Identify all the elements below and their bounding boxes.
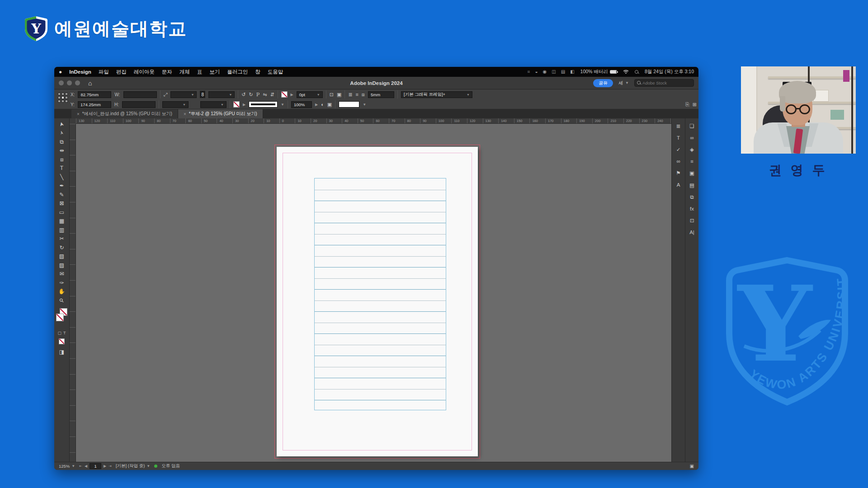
app-menu-indesign[interactable]: InDesign: [69, 69, 91, 75]
menu-item-창[interactable]: 창: [255, 69, 260, 75]
layers-panel-icon[interactable]: ◈: [690, 146, 694, 153]
menu-item-문자[interactable]: 문자: [162, 69, 172, 75]
rotate-cw-icon[interactable]: ↻: [249, 92, 253, 98]
formatting-text-icon[interactable]: T: [63, 331, 66, 335]
close-icon[interactable]: ×: [77, 112, 80, 117]
height-field[interactable]: [122, 101, 156, 108]
stroke-weight-field[interactable]: 0pt▼: [297, 91, 323, 98]
close-window-button[interactable]: [59, 80, 64, 85]
home-icon[interactable]: ⌂: [88, 80, 92, 87]
align-stack-icon[interactable]: ≣: [348, 92, 352, 98]
stroke-expander-icon[interactable]: ▶: [291, 93, 293, 97]
rotation-angle-field[interactable]: ▼: [208, 91, 235, 98]
workspace-switcher[interactable]: 셰 ▼: [618, 80, 629, 86]
constrain-proportions-icon[interactable]: 8: [200, 91, 205, 98]
hyperlinks-panel-icon[interactable]: ∞: [676, 159, 680, 164]
camera-icon[interactable]: ◉: [543, 69, 547, 75]
library-panel-icon[interactable]: ▤: [689, 182, 694, 188]
scissors-tool[interactable]: ✂: [57, 235, 67, 243]
stroke-swatch-none[interactable]: [281, 91, 288, 98]
menu-item-레이아웃[interactable]: 레이아웃: [134, 69, 155, 75]
swatches-panel-icon[interactable]: ▣: [689, 170, 694, 176]
select-container-icon[interactable]: ⎘: [685, 102, 689, 108]
live-preflight-icon[interactable]: ▣: [690, 464, 694, 469]
ruled-lines-frame[interactable]: [314, 178, 446, 410]
chat-icon[interactable]: ◒: [535, 69, 538, 75]
fill-color-swatch[interactable]: [56, 314, 64, 321]
screen-mode-icon[interactable]: ◨: [59, 349, 64, 355]
character-styles-panel-icon[interactable]: T: [677, 135, 680, 141]
corner-radius-field[interactable]: 5mm: [368, 91, 394, 98]
opacity-expander-icon[interactable]: ▶: [315, 103, 318, 107]
next-page-button[interactable]: ▶: [104, 464, 106, 468]
fit-frame-icon[interactable]: ⊡: [330, 92, 334, 98]
line-tool[interactable]: ╲: [57, 173, 67, 181]
new-object-icon[interactable]: ⊞: [693, 102, 697, 108]
rotate-ccw-icon[interactable]: ↺: [241, 92, 245, 98]
document-page[interactable]: [277, 147, 478, 456]
apply-none-swatch[interactable]: [59, 338, 65, 344]
menubar-datetime[interactable]: 8월 24일 (목) 오후 3:10: [645, 69, 694, 75]
transform-panel-icon[interactable]: ⧉: [690, 194, 693, 200]
rectangle-tool[interactable]: ▭: [57, 208, 67, 216]
align-panel-icon[interactable]: A|: [689, 230, 694, 235]
grid-tool[interactable]: ▥: [57, 226, 67, 234]
direct-selection-tool[interactable]: ➢: [57, 129, 67, 137]
eyedropper-tool[interactable]: ✑: [57, 279, 67, 286]
preflight-profile-dropdown[interactable]: [기본] (작업 중) ▼: [116, 463, 150, 469]
menu-item-개체[interactable]: 개체: [179, 69, 190, 75]
share-button[interactable]: 공유: [593, 79, 613, 87]
pencil-tool[interactable]: ✎: [57, 191, 67, 198]
scale-x-field[interactable]: ▼: [170, 91, 197, 98]
menu-item-파일[interactable]: 파일: [99, 69, 109, 75]
last-page-button[interactable]: ⇥: [108, 464, 112, 468]
x-position-field[interactable]: 82.75mm: [78, 91, 111, 98]
frame-tool[interactable]: ⊠: [57, 200, 67, 207]
fit-content-icon[interactable]: ▣: [337, 92, 341, 98]
drop-shadow-icon[interactable]: ▣: [327, 102, 332, 108]
zoom-tool[interactable]: ⚲: [57, 296, 67, 304]
pen-tool[interactable]: ✒: [57, 182, 67, 190]
reference-point-proxy[interactable]: [58, 93, 68, 103]
links-panel-icon[interactable]: ∞: [690, 135, 693, 141]
tab-untitled-document[interactable]: × *무제-2 @ 125% (GPU 미리 보기): [178, 109, 263, 118]
formatting-container-icon[interactable]: ▢: [57, 331, 61, 335]
table-tool[interactable]: ▦: [57, 217, 67, 225]
effects-icon[interactable]: ◐: [321, 102, 324, 107]
gradient-feather-tool[interactable]: ▨: [57, 261, 67, 269]
zoom-level-dropdown[interactable]: 125% ▼: [59, 464, 75, 469]
stroke-panel-icon[interactable]: ≡: [690, 159, 693, 164]
sidebar-icon[interactable]: ◧: [570, 69, 574, 75]
width-field[interactable]: [123, 91, 157, 98]
tab-essay-document[interactable]: × *에세이_완성.indd @ 125% (GPU 미리 보기): [71, 109, 178, 118]
hand-tool[interactable]: ✋: [57, 288, 67, 296]
spotlight-search-icon[interactable]: [635, 70, 639, 74]
apple-icon[interactable]: ●: [59, 69, 62, 75]
flip-vertical-icon[interactable]: ⇵: [270, 92, 274, 98]
menu-item-도움말[interactable]: 도움말: [268, 69, 283, 75]
fill-expander-icon[interactable]: ▶: [243, 103, 245, 107]
note-tool[interactable]: ✉: [57, 270, 67, 278]
scale-y-field[interactable]: ▼: [162, 101, 189, 108]
opacity-field[interactable]: 100%: [291, 101, 312, 108]
free-transform-tool[interactable]: ↻: [57, 244, 67, 251]
text-wrap-icon[interactable]: ⧈: [362, 92, 365, 98]
bookmarks-panel-icon[interactable]: ⚑: [676, 170, 680, 176]
menu-item-플러그인[interactable]: 플러그인: [227, 69, 248, 75]
selection-tool[interactable]: ➤: [57, 120, 67, 128]
display-icon[interactable]: ◫: [552, 69, 556, 75]
fill-swatch-none[interactable]: [233, 101, 240, 108]
page-tool[interactable]: ⧉: [57, 138, 67, 145]
content-collector-tool[interactable]: ⧈: [57, 155, 67, 163]
menu-item-보기[interactable]: 보기: [209, 69, 220, 75]
page-number-field[interactable]: 1: [90, 463, 101, 469]
stock-search-box[interactable]: [634, 79, 694, 87]
paragraph-panel-icon[interactable]: ≣: [676, 123, 681, 129]
wifi-icon[interactable]: [623, 70, 629, 74]
pages-panel-icon[interactable]: ❏: [689, 123, 694, 129]
horizontal-ruler[interactable]: 1301201101009080706050403020100102030405…: [76, 118, 671, 124]
stroke-style-dropdown[interactable]: [249, 101, 278, 108]
object-style-dropdown[interactable]: [기본 그래픽 프레임]+▼: [401, 91, 472, 98]
notes-icon[interactable]: ▤: [561, 69, 565, 75]
glyphs-panel-icon[interactable]: A: [677, 182, 680, 188]
